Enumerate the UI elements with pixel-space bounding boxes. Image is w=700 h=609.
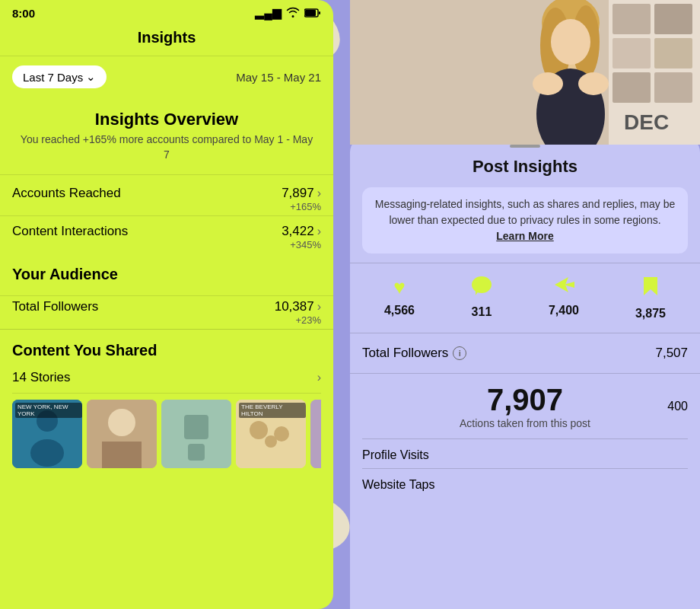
svg-rect-16 [310,400,321,468]
svg-rect-21 [654,4,692,34]
svg-point-7 [108,409,135,436]
svg-rect-8 [102,442,142,468]
svg-rect-2 [319,11,320,14]
content-interactions-value: 3,422 › [282,224,321,239]
content-interactions-row[interactable]: Content Interactions 3,422 › +345% [0,215,333,253]
shares-count: 7,400 [549,304,579,317]
insights-overview-section: Insights Overview You reached +165% more… [0,97,333,174]
total-followers-values: 10,387 › +23% [275,299,321,326]
drag-handle [510,145,540,148]
actions-label: Actions taken from this post [460,417,590,429]
stories-label: 14 Stories [12,370,71,385]
svg-rect-10 [184,415,208,439]
heart-icon: ♥ [393,276,405,299]
overview-title: Insights Overview [0,97,333,132]
total-followers-change: +23% [295,314,321,326]
svg-point-31 [551,19,590,65]
stories-row[interactable]: 14 Stories › [12,362,321,394]
svg-rect-24 [612,72,651,103]
wifi-icon [286,7,300,20]
accounts-reached-change: +165% [290,201,321,212]
content-interactions-change: +345% [290,239,321,250]
stories-chevron: › [317,371,321,384]
comments-item: 311 [471,276,492,320]
svg-rect-25 [654,72,692,103]
svg-point-33 [533,72,563,95]
svg-rect-11 [188,444,205,461]
profile-visits-row[interactable]: Profile Visits [362,439,688,469]
thumb-label-4: THE BEVERLY HILTON [239,403,306,418]
svg-rect-1 [305,10,316,16]
thumbnail-3 [161,400,231,468]
status-bar: 8:00 ▂▄▆ [0,0,333,23]
followers-count: 7,507 [655,346,688,361]
accounts-reached-chevron: › [317,187,321,200]
left-phone-panel: 8:00 ▂▄▆ Insights Last 7 Da [0,0,333,609]
content-shared-section: Content You Shared 14 Stories › NEW YORK… [0,329,333,477]
svg-rect-20 [612,4,651,34]
saves-count: 3,875 [635,307,666,320]
actions-side-count: 400 [667,400,688,413]
chevron-down-icon: ⌄ [86,70,96,84]
total-followers-section: Total Followers i 7,507 [350,333,700,374]
time-display: 8:00 [12,7,35,20]
date-range-display: May 15 - May 21 [236,71,321,84]
website-taps-row[interactable]: Website Taps [362,469,688,498]
thumbnails-row: NEW YORK, NEW YORK [12,394,321,474]
share-icon [553,276,574,299]
total-followers-chevron: › [317,300,321,314]
overview-subtitle: You reached +165% more accounts compared… [0,132,333,174]
privacy-notice: Messaging-related insights, such as shar… [362,187,688,253]
post-insights-title: Post Insights [350,154,700,187]
thumb-label-1: NEW YORK, NEW YORK [15,403,82,418]
battery-icon [304,7,321,20]
svg-rect-23 [654,38,692,69]
page-title: Insights [0,23,333,56]
svg-point-34 [578,72,609,95]
actions-big-row: 7,907 Actions taken from this post 400 [362,374,688,439]
likes-count: 4,566 [384,304,415,317]
accounts-reached-row[interactable]: Accounts Reached 7,897 › +165% [0,174,333,215]
shares-item: 7,400 [549,276,579,320]
audience-title: Your Audience [12,266,321,283]
actions-section: 7,907 Actions taken from this post 400 P… [350,374,700,498]
content-interactions-chevron: › [317,225,321,238]
svg-marker-39 [644,277,657,295]
thumbnail-1: NEW YORK, NEW YORK [12,400,82,468]
status-icons: ▂▄▆ [255,6,321,20]
learn-more-link[interactable]: Learn More [496,230,553,242]
accounts-reached-value: 7,897 › [282,186,321,201]
likes-item: ♥ 4,566 [384,276,415,320]
accounts-reached-values: 7,897 › +165% [282,186,321,212]
svg-point-13 [250,421,268,439]
thumbnail-2 [87,400,157,468]
date-row: Last 7 Days ⌄ May 15 - May 21 [0,56,333,97]
saves-item: 3,875 [635,276,666,320]
bookmark-icon [642,276,659,302]
svg-point-15 [265,435,277,448]
total-followers-row[interactable]: Total Followers 10,387 › +23% [0,295,333,329]
audience-section: Your Audience [0,253,333,295]
thumbnail-5 [310,400,321,468]
post-insights-card: Post Insights Messaging-related insights… [350,137,700,609]
info-icon[interactable]: i [453,346,466,360]
svg-point-35 [472,276,492,293]
content-interactions-values: 3,422 › +345% [282,224,321,250]
total-followers-value: 10,387 › [275,299,321,314]
signal-icon: ▂▄▆ [255,6,282,20]
followers-label-row: Total Followers i [362,346,466,361]
followers-label: Total Followers [362,346,448,361]
post-image: DEC [350,0,700,145]
total-followers-label: Total Followers [12,299,98,314]
comments-count: 311 [472,305,492,319]
content-shared-title: Content You Shared [12,342,321,359]
actions-big-number: 7,907 [487,383,563,417]
comment-icon [471,276,492,301]
svg-text:DEC: DEC [624,110,669,134]
content-interactions-label: Content Interactions [12,224,128,239]
date-filter-button[interactable]: Last 7 Days ⌄ [12,65,107,88]
thumbnail-4: THE BEVERLY HILTON [236,400,306,468]
svg-point-5 [30,439,64,467]
svg-rect-22 [612,38,651,69]
right-panel: DEC Post Insights Messaging-related insi… [350,0,700,609]
